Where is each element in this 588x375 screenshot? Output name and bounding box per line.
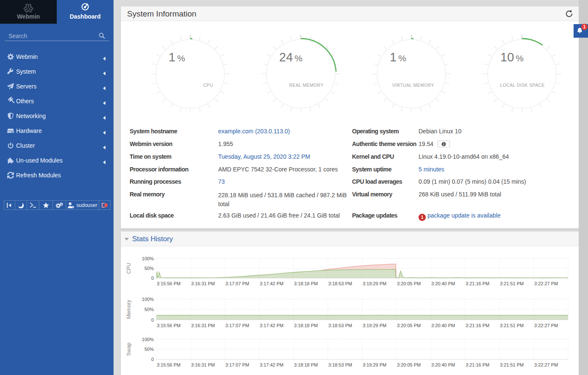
svg-text:3:20:40 PM: 3:20:40 PM bbox=[431, 323, 455, 328]
svg-text:3:15:56 PM: 3:15:56 PM bbox=[157, 281, 180, 286]
svg-text:3:19:29 PM: 3:19:29 PM bbox=[363, 323, 386, 328]
svg-text:100%: 100% bbox=[142, 337, 154, 342]
svg-text:3:21:16 PM: 3:21:16 PM bbox=[466, 323, 489, 328]
svg-text:3:20:05 PM: 3:20:05 PM bbox=[397, 362, 421, 367]
svg-text:3:17:42 PM: 3:17:42 PM bbox=[260, 362, 283, 367]
svg-text:3:21:16 PM: 3:21:16 PM bbox=[466, 362, 489, 367]
svg-text:3:19:29 PM: 3:19:29 PM bbox=[363, 362, 386, 367]
svg-text:1%: 1% bbox=[390, 50, 406, 64]
svg-text:3:17:42 PM: 3:17:42 PM bbox=[260, 281, 283, 286]
svg-text:0: 0 bbox=[151, 357, 154, 362]
svg-text:3:18:18 PM: 3:18:18 PM bbox=[294, 362, 318, 367]
svg-text:100%: 100% bbox=[142, 256, 154, 261]
svg-text:3:22:27 PM: 3:22:27 PM bbox=[534, 281, 558, 286]
svg-text:CPU: CPU bbox=[203, 83, 213, 88]
svg-text:3:16:31 PM: 3:16:31 PM bbox=[191, 323, 215, 328]
svg-text:3:15:56 PM: 3:15:56 PM bbox=[157, 323, 180, 328]
svg-text:3:22:27 PM: 3:22:27 PM bbox=[534, 362, 558, 367]
svg-text:3:15:56 PM: 3:15:56 PM bbox=[157, 362, 180, 367]
svg-text:3:17:07 PM: 3:17:07 PM bbox=[225, 362, 249, 367]
svg-text:3:21:51 PM: 3:21:51 PM bbox=[500, 281, 524, 286]
svg-text:3:21:51 PM: 3:21:51 PM bbox=[500, 323, 524, 328]
svg-text:50%: 50% bbox=[144, 307, 154, 312]
svg-text:3:18:53 PM: 3:18:53 PM bbox=[328, 323, 352, 328]
svg-text:3:22:27 PM: 3:22:27 PM bbox=[534, 323, 558, 328]
svg-text:3:17:07 PM: 3:17:07 PM bbox=[225, 281, 249, 286]
svg-text:REAL MEMORY: REAL MEMORY bbox=[289, 83, 324, 88]
svg-text:10%: 10% bbox=[500, 50, 524, 64]
svg-text:3:20:05 PM: 3:20:05 PM bbox=[397, 323, 421, 328]
svg-text:Memory: Memory bbox=[126, 300, 132, 319]
svg-text:LOCAL DISK SPACE: LOCAL DISK SPACE bbox=[500, 83, 545, 88]
svg-text:3:17:42 PM: 3:17:42 PM bbox=[260, 323, 283, 328]
svg-text:3:18:53 PM: 3:18:53 PM bbox=[328, 281, 352, 286]
svg-text:VIRTUAL MEMORY: VIRTUAL MEMORY bbox=[392, 83, 434, 88]
svg-text:CPU: CPU bbox=[126, 263, 132, 274]
svg-text:0: 0 bbox=[151, 317, 154, 323]
svg-text:50%: 50% bbox=[144, 347, 154, 352]
svg-text:3:18:18 PM: 3:18:18 PM bbox=[294, 323, 318, 328]
svg-text:3:20:05 PM: 3:20:05 PM bbox=[397, 281, 421, 286]
svg-text:3:18:53 PM: 3:18:53 PM bbox=[328, 362, 352, 367]
svg-text:1%: 1% bbox=[169, 50, 185, 64]
svg-text:3:20:40 PM: 3:20:40 PM bbox=[431, 281, 455, 286]
svg-text:3:16:31 PM: 3:16:31 PM bbox=[191, 281, 215, 286]
svg-text:3:21:16 PM: 3:21:16 PM bbox=[466, 281, 489, 286]
svg-text:50%: 50% bbox=[144, 266, 154, 271]
svg-text:3:17:07 PM: 3:17:07 PM bbox=[225, 323, 249, 328]
svg-text:Swap: Swap bbox=[126, 343, 132, 356]
svg-text:3:18:18 PM: 3:18:18 PM bbox=[294, 281, 318, 286]
svg-text:3:20:40 PM: 3:20:40 PM bbox=[431, 362, 455, 367]
svg-text:3:21:51 PM: 3:21:51 PM bbox=[500, 362, 524, 367]
svg-text:100%: 100% bbox=[142, 297, 154, 302]
svg-text:3:16:31 PM: 3:16:31 PM bbox=[191, 362, 215, 367]
svg-text:0: 0 bbox=[151, 276, 154, 281]
svg-text:24%: 24% bbox=[279, 50, 302, 64]
svg-text:3:19:29 PM: 3:19:29 PM bbox=[363, 281, 386, 286]
